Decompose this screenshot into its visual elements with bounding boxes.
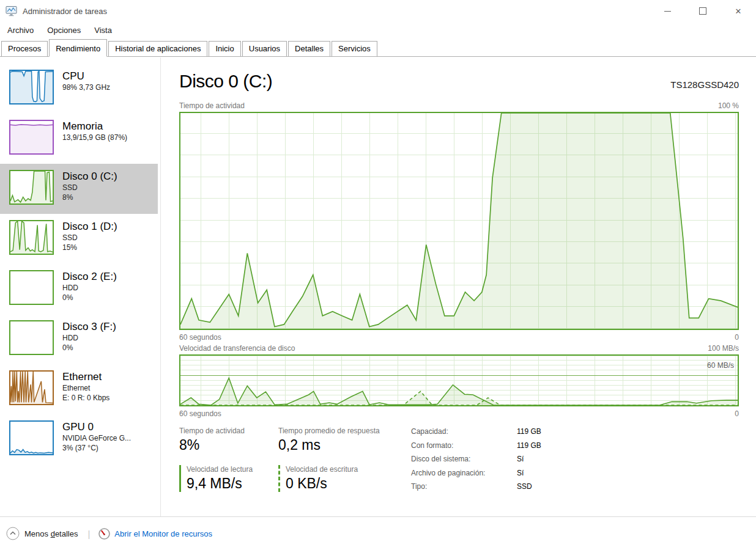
tab-historial-de-aplicaciones[interactable]: Historial de aplicaciones — [108, 41, 207, 56]
read-speed-value: 9,4 MB/s — [187, 475, 253, 492]
minimize-icon — [664, 11, 671, 12]
task-manager-window: { "window": { "title": "Administrador de… — [0, 0, 756, 550]
less-details-label: Menos detalles — [24, 529, 78, 538]
active-time-label: Tiempo de actividad — [179, 427, 245, 435]
type-label: Tipo: — [411, 482, 517, 496]
sidebar-item-cpu[interactable]: CPU 98% 3,73 GHz — [0, 64, 158, 114]
activity-plot[interactable] — [179, 112, 739, 330]
tab-rendimiento[interactable]: Rendimiento — [49, 39, 107, 57]
close-button[interactable]: ✕ — [721, 0, 756, 22]
cpu-usage-text: 98% 3,73 GHz — [62, 82, 110, 92]
open-resource-monitor-link[interactable]: Abrir el Monitor de recursos — [98, 528, 212, 540]
minimize-button[interactable] — [650, 0, 685, 22]
menu-archivo[interactable]: Archivo — [1, 23, 40, 37]
gpu-title: GPU 0 — [62, 420, 131, 433]
response-time-stat: Tiempo promedio de respuesta 0,2 ms — [278, 427, 380, 453]
write-speed-stat: Velocidad de escritura 0 KB/s — [278, 465, 358, 492]
resource-monitor-icon — [98, 528, 110, 540]
tab-procesos[interactable]: Procesos — [1, 41, 48, 56]
response-time-value: 0,2 ms — [278, 437, 380, 453]
disk2-usage-text: 0% — [62, 293, 117, 302]
disk1-title: Disco 1 (D:) — [62, 220, 117, 233]
disk1-mini-chart — [9, 220, 54, 255]
activity-chart-max-label: 100 % — [718, 101, 739, 110]
type-value: SSD — [517, 482, 532, 496]
menu-bar: Archivo Opciones Vista — [0, 22, 756, 38]
gpu-name-text: NVIDIA GeForce G... — [62, 433, 131, 443]
system-disk-value: Sí — [517, 455, 524, 469]
gpu-mini-chart — [9, 420, 54, 455]
read-speed-stat: Velocidad de lectura 9,4 MB/s — [179, 465, 253, 492]
disk0-usage-text: 8% — [62, 193, 117, 202]
activity-x-left-label: 60 segundos — [179, 333, 221, 342]
tab-strip: Procesos Rendimiento Historial de aplica… — [0, 38, 756, 57]
transfer-x-right-label: 0 — [735, 409, 739, 418]
detail-row-system-disk: Disco del sistema: Sí — [411, 455, 541, 469]
tab-inicio[interactable]: Inicio — [209, 41, 240, 56]
write-speed-value: 0 KB/s — [286, 475, 358, 492]
tab-usuarios[interactable]: Usuarios — [242, 41, 287, 56]
menu-opciones[interactable]: Opciones — [40, 23, 87, 37]
disk0-title: Disco 0 (C:) — [62, 170, 117, 183]
tab-detalles[interactable]: Detalles — [288, 41, 330, 56]
disk3-usage-text: 0% — [62, 343, 116, 353]
sidebar-item-disco3[interactable]: Disco 3 (F:) HDD 0% — [0, 314, 158, 364]
close-icon: ✕ — [735, 7, 742, 15]
active-time-value: 8% — [179, 437, 245, 453]
activity-chart-label: Tiempo de actividad — [179, 101, 245, 110]
sidebar-item-disco0[interactable]: Disco 0 (C:) SSD 8% — [0, 164, 158, 214]
disk2-title: Disco 2 (E:) — [62, 270, 117, 283]
detail-row-type: Tipo: SSD — [411, 482, 541, 496]
sidebar-item-disco1[interactable]: Disco 1 (D:) SSD 15% — [0, 214, 158, 264]
tab-servicios[interactable]: Servicios — [332, 41, 377, 56]
disk-model-label: TS128GSSD420 — [670, 79, 739, 90]
memory-title: Memoria — [62, 120, 127, 133]
footer-bar: Menos detalles | Abrir el Monitor de rec… — [0, 516, 756, 550]
transfer-x-left-label: 60 segundos — [179, 409, 221, 418]
disk1-type-text: SSD — [62, 233, 117, 243]
disk3-title: Disco 3 (F:) — [62, 320, 116, 333]
formatted-label: Con formato: — [411, 441, 517, 455]
read-speed-label: Velocidad de lectura — [187, 465, 253, 474]
title-bar: Administrador de tareas ✕ — [0, 0, 756, 22]
capacity-label: Capacidad: — [411, 427, 517, 441]
gpu-usage-text: 3% (37 °C) — [62, 443, 131, 453]
sidebar-item-disco2[interactable]: Disco 2 (E:) HDD 0% — [0, 264, 158, 314]
less-details-button[interactable]: Menos detalles — [6, 527, 78, 540]
page-file-label: Archivo de paginación: — [411, 469, 517, 483]
disk2-mini-chart — [9, 270, 54, 305]
capacity-value: 119 GB — [517, 427, 541, 441]
cpu-mini-chart — [9, 70, 54, 105]
ethernet-title: Ethernet — [62, 370, 109, 383]
write-speed-label: Velocidad de escritura — [286, 465, 358, 474]
ethernet-adapter-text: Ethernet — [62, 383, 109, 393]
task-manager-app-icon — [6, 6, 18, 16]
sidebar-item-ethernet[interactable]: Ethernet Ethernet E: 0 R: 0 Kbps — [0, 364, 158, 414]
disk0-type-text: SSD — [62, 183, 117, 193]
chevron-up-circle-icon — [6, 527, 20, 540]
maximize-button[interactable] — [685, 0, 721, 22]
detail-row-capacity: Capacidad: 119 GB — [411, 427, 541, 441]
maximize-icon — [699, 7, 706, 15]
activity-x-right-label: 0 — [735, 333, 739, 342]
disk-details: Capacidad: 119 GB Con formato: 119 GB Di… — [411, 427, 541, 496]
ethernet-traffic-text: E: 0 R: 0 Kbps — [62, 393, 109, 403]
page-file-value: Sí — [517, 469, 524, 483]
cpu-title: CPU — [62, 70, 110, 82]
disk1-usage-text: 15% — [62, 243, 117, 252]
memory-usage-text: 13,9/15,9 GB (87%) — [62, 133, 127, 142]
formatted-value: 119 GB — [517, 441, 541, 455]
menu-vista[interactable]: Vista — [87, 23, 119, 37]
footer-divider: | — [87, 529, 90, 539]
detail-row-page-file: Archivo de paginación: Sí — [411, 469, 541, 483]
page-title: Disco 0 (C:) — [179, 71, 272, 92]
ethernet-mini-chart — [9, 370, 54, 405]
transfer-plot[interactable]: 60 MB/s — [179, 354, 739, 406]
performance-sidebar: CPU 98% 3,73 GHz Memoria 13,9/15,9 GB (8… — [0, 57, 161, 516]
sidebar-item-memoria[interactable]: Memoria 13,9/15,9 GB (87%) — [0, 114, 158, 164]
disk3-type-text: HDD — [62, 333, 116, 343]
memory-mini-chart — [9, 120, 54, 155]
sidebar-item-gpu0[interactable]: GPU 0 NVIDIA GeForce G... 3% (37 °C) — [0, 414, 158, 464]
resource-monitor-label: Abrir el Monitor de recursos — [114, 529, 212, 538]
window-title: Administrador de tareas — [23, 7, 107, 16]
